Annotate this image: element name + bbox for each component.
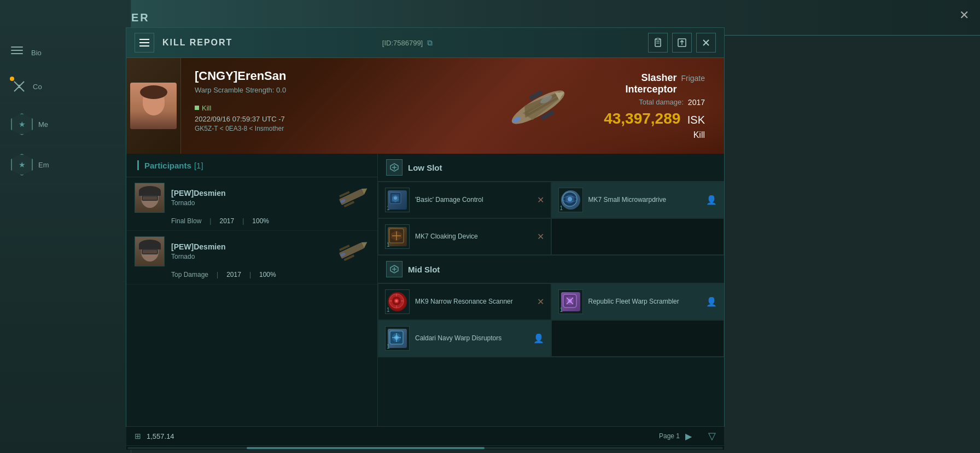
participants-accent	[137, 160, 139, 170]
warp-scrambler-icon: 1	[558, 289, 583, 314]
mwd-img	[561, 190, 580, 210]
damage-control-remove[interactable]: ✕	[537, 195, 544, 205]
menu-bar-2	[139, 42, 149, 43]
copy-id-button[interactable]: ⧉	[427, 38, 433, 48]
kill-type-label: Kill	[693, 130, 705, 140]
svg-point-42	[568, 197, 572, 201]
participant-2-stat-type: Top Damage	[171, 271, 208, 278]
item-qty-mwd: 1	[560, 205, 563, 211]
report-close-button[interactable]	[696, 33, 716, 53]
ship-display	[478, 66, 598, 148]
sidebar-employment-label: Em	[38, 161, 49, 169]
report-clipboard-button[interactable]	[648, 33, 668, 53]
cloaking-icon: 1	[385, 224, 410, 249]
sidebar-combat-label: Co	[33, 83, 42, 91]
damage-control-name: 'Basic' Damage Control	[415, 195, 532, 205]
svg-rect-6	[656, 38, 660, 40]
kill-report-id: [ID:7586799]	[382, 39, 423, 47]
isk-currency: ISK	[687, 114, 705, 126]
participants-panel: Participants [1]	[126, 154, 378, 426]
footer-filter-button[interactable]: ▽	[708, 430, 716, 442]
slot-item-scanner[interactable]: 1	[378, 283, 551, 320]
slot-item-warp-scrambler[interactable]: 1 Republic Fleet Warp Scrambler	[551, 283, 725, 320]
total-damage-value: 2017	[688, 98, 705, 107]
participants-title: Participants	[144, 161, 191, 170]
header-actions	[648, 33, 716, 53]
sidebar-item-employment[interactable]: ★ Em	[0, 146, 131, 184]
svg-point-54	[395, 300, 398, 302]
scrollbar-thumb[interactable]	[247, 447, 485, 449]
menu-bar-3	[139, 45, 149, 47]
svg-point-39	[394, 196, 397, 200]
sidebar-panel: Bio Co ★ Me ★ Em	[0, 0, 131, 453]
kill-stats: Slasher Interceptor Frigate Total damage…	[593, 58, 713, 154]
scanner-remove[interactable]: ✕	[537, 297, 544, 307]
mid-slot-header: Mid Slot	[378, 255, 724, 283]
low-slot-items: 1 'Basic' Damage Control	[378, 182, 724, 218]
hex-icon-1: ★	[11, 113, 33, 135]
mid-slot-empty	[551, 320, 725, 357]
item-qty-disruptor: 1	[387, 344, 390, 350]
footer-value: 1,557.14	[147, 432, 654, 440]
participants-header: Participants [1]	[126, 154, 377, 177]
slot-item-warp-disruptor[interactable]: 1 Caldari Navy Warp Disruptors	[378, 320, 551, 357]
warp-disruptor-img	[388, 329, 407, 348]
mwd-pilot-icon: 👤	[706, 195, 717, 205]
footer-page: Page 1	[659, 432, 680, 440]
scrollbar-track[interactable]	[127, 447, 723, 449]
ship-type: Frigate	[681, 74, 705, 83]
participant-1-pct: 100%	[252, 217, 269, 225]
low-slot-section: Low Slot 1	[378, 154, 724, 255]
sidebar-item-member[interactable]: ★ Me	[0, 103, 131, 146]
mwd-name: MK7 Small Microwarpdrive	[588, 195, 701, 205]
app-close-button[interactable]: ✕	[959, 8, 969, 22]
participant-1-stat-type: Final Blow	[171, 217, 201, 225]
participant-2-stats: Top Damage | 2017 | 100%	[135, 271, 369, 278]
participant-2-damage: 2017	[226, 271, 241, 278]
mid-slot-section: Mid Slot 1	[378, 255, 724, 357]
participant-1-avatar	[135, 183, 165, 213]
swords-icon	[11, 78, 27, 95]
slot-item-cloaking[interactable]: 1 MK7 Cloaking Device ✕	[378, 218, 551, 255]
kill-badge-dot	[195, 106, 199, 110]
low-slot-items-row2: 1 MK7 Cloaking Device ✕	[378, 218, 724, 255]
slot-item-damage-control[interactable]: 1 'Basic' Damage Control	[378, 182, 551, 218]
ship-class: Slasher Interceptor	[593, 72, 676, 95]
participant-1-ship-icon	[334, 183, 372, 210]
participant-2-avatar	[135, 236, 165, 266]
participants-count: [1]	[194, 161, 203, 170]
sidebar-item-combat[interactable]: Co	[0, 70, 131, 103]
participant-1-top: [PEW]Desmien Tornado	[135, 183, 369, 213]
pilot-avatar-img	[130, 83, 177, 129]
slot-item-mwd[interactable]: 1 MK7 Small Microwarpdrive	[551, 182, 725, 218]
isk-value: 43,397,289	[604, 110, 680, 127]
low-slot-header: Low Slot	[378, 154, 724, 182]
participant-2-top: [PEW]Desmien Tornado	[135, 236, 369, 266]
participant-1-stats: Final Blow | 2017 | 100%	[135, 217, 369, 225]
warp-disruptor-pilot-icon: 👤	[533, 333, 544, 344]
scrollbar-container	[126, 445, 724, 450]
participant-2-ship-icon	[334, 236, 372, 264]
report-export-button[interactable]	[672, 33, 692, 53]
cloaking-remove[interactable]: ✕	[537, 231, 544, 242]
notification-dot	[10, 77, 14, 81]
sidebar-bio-label: Bio	[31, 49, 42, 57]
wallet-icon: ⊞	[135, 432, 141, 440]
participant-row[interactable]: [PEW]Desmien Tornado	[126, 177, 377, 231]
report-menu-button[interactable]	[135, 33, 154, 53]
kill-report-header: KILL REPORT [ID:7586799] ⧉	[126, 28, 724, 58]
damage-control-img	[388, 190, 407, 210]
low-slot-icon	[386, 159, 402, 176]
item-qty-scanner: 1	[387, 307, 390, 313]
sidebar-member-label: Me	[38, 120, 48, 129]
participant-row[interactable]: [PEW]Desmien Tornado	[126, 231, 377, 284]
mid-slot-icon	[386, 261, 402, 277]
kill-badge: Kill	[195, 104, 211, 112]
warp-scrambler-img	[561, 292, 580, 311]
sidebar-item-bio[interactable]: Bio	[0, 36, 131, 70]
footer-next-button[interactable]: ▶	[685, 431, 692, 442]
mwd-icon: 1	[558, 188, 583, 212]
kill-hero-section: [CNGY]ErenSan Warp Scramble Strength: 0.…	[126, 58, 724, 154]
pilot-face	[130, 83, 177, 129]
mid-slot-title: Mid Slot	[408, 265, 440, 274]
